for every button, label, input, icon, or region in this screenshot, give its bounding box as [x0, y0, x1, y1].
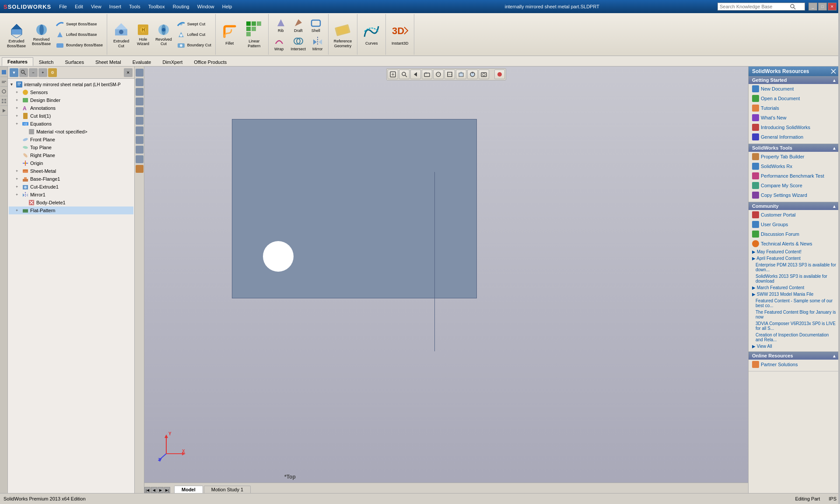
- revolved-boss-button[interactable]: RevolvedBoss/Base: [30, 22, 52, 47]
- ft-close-icon[interactable]: ✕: [124, 68, 133, 77]
- menu-help[interactable]: Help: [219, 3, 236, 10]
- link-new-document[interactable]: New Document: [749, 84, 840, 94]
- getting-started-collapse[interactable]: ▲: [832, 78, 836, 83]
- tree-sheet-metal[interactable]: + Sheet-Metal: [9, 167, 133, 175]
- tree-body-delete[interactable]: + Body-Delete1: [9, 199, 133, 206]
- link-general-info[interactable]: General Information: [749, 132, 840, 142]
- tree-front-plane[interactable]: + Front Plane: [9, 136, 133, 144]
- getting-started-header[interactable]: Getting Started ▲: [749, 76, 840, 84]
- vp-section-btn[interactable]: [444, 70, 455, 79]
- tree-base-flange[interactable]: + Base-Flange1: [9, 175, 133, 183]
- vp-orient-btn[interactable]: [422, 70, 432, 79]
- vs-hide-show[interactable]: [136, 155, 144, 163]
- wrap-button[interactable]: Wrap: [271, 35, 287, 52]
- fm-tab-tree[interactable]: [0, 67, 7, 77]
- menu-tools[interactable]: Tools: [126, 3, 144, 10]
- tab-features[interactable]: Features: [2, 57, 33, 66]
- tab-sketch[interactable]: Sketch: [33, 58, 60, 66]
- tab-arrow-next[interactable]: ▶: [158, 487, 164, 493]
- tab-evaluate[interactable]: Evaluate: [127, 58, 157, 66]
- vs-view-orient[interactable]: [136, 117, 144, 125]
- menu-window[interactable]: Window: [194, 3, 218, 10]
- news-item-6[interactable]: Featured Content - Sample some of our be…: [749, 298, 840, 309]
- tree-cut-extrude[interactable]: + Cut-Extrude1: [9, 183, 133, 191]
- draft-button[interactable]: Draft: [290, 17, 306, 34]
- tree-equations[interactable]: + =Σ Equations: [9, 120, 133, 128]
- curves-button[interactable]: Curves: [360, 21, 383, 48]
- link-sw-rx[interactable]: SolidWorks Rx: [749, 161, 840, 171]
- menu-file[interactable]: File: [56, 3, 70, 10]
- tree-mirror1[interactable]: + Mirror1: [9, 191, 133, 199]
- shell-button[interactable]: Shell: [308, 17, 324, 34]
- link-open-document[interactable]: Open a Document: [749, 94, 840, 103]
- sw-tools-header[interactable]: SolidWorks Tools ▲: [749, 144, 840, 152]
- link-partner-solutions[interactable]: Partner Solutions: [749, 360, 840, 369]
- news-item-7[interactable]: The Featured Content Blog for January is…: [749, 309, 840, 320]
- fillet-button[interactable]: Fillet: [218, 21, 241, 48]
- tab-office[interactable]: Office Products: [188, 58, 232, 66]
- intersect-button[interactable]: Intersect: [289, 35, 308, 52]
- menu-insert[interactable]: Insert: [106, 3, 125, 10]
- tree-top-plane[interactable]: + Top Plane: [9, 144, 133, 151]
- online-resources-collapse[interactable]: ▲: [832, 354, 836, 358]
- news-item-8[interactable]: 3DVIA Composer V6R2013x SP0 is LIVE for …: [749, 320, 840, 332]
- boundary-boss-button[interactable]: Boundary Boss/Base: [54, 40, 104, 50]
- extruded-cut-button[interactable]: ExtrudedCut: [110, 19, 133, 50]
- maximize-button[interactable]: □: [818, 3, 827, 10]
- news-item-5[interactable]: ▶ SWW 2013 Model Mania File: [749, 291, 840, 298]
- vs-rotate[interactable]: [136, 98, 144, 105]
- ref-geometry-button[interactable]: ReferenceGeometry: [331, 19, 355, 50]
- boundary-cut-button[interactable]: Boundary Cut: [175, 40, 213, 50]
- tab-arrow-last[interactable]: ▶|: [164, 487, 170, 493]
- tab-model[interactable]: Model: [174, 486, 203, 493]
- vs-appearances[interactable]: [136, 146, 144, 154]
- menu-routing[interactable]: Routing: [169, 3, 193, 10]
- vs-zoom-in[interactable]: [136, 78, 144, 86]
- tree-origin[interactable]: + Origin: [9, 159, 133, 167]
- fm-tab-property[interactable]: [0, 77, 7, 87]
- link-copy-settings[interactable]: Copy Settings Wizard: [749, 190, 840, 200]
- vp-display-btn[interactable]: [433, 70, 444, 79]
- vs-section-view[interactable]: [136, 126, 144, 134]
- minimize-button[interactable]: _: [808, 3, 817, 10]
- link-compare-score[interactable]: Compare My Score: [749, 181, 840, 190]
- linear-pattern-button[interactable]: LinearPattern: [243, 19, 266, 50]
- tree-root-item[interactable]: ▼ internally mirrored sheet metal part (…: [9, 80, 133, 88]
- tab-dimxpert[interactable]: DimXpert: [157, 58, 188, 66]
- vp-photo-btn[interactable]: [479, 70, 489, 79]
- tree-annotations[interactable]: + A Annotations: [9, 104, 133, 112]
- tab-sheet-metal[interactable]: Sheet Metal: [90, 58, 127, 66]
- extruded-boss-button[interactable]: ExtrudedBoss/Base: [4, 19, 28, 50]
- link-intro-sw[interactable]: Introducing SolidWorks: [749, 122, 840, 132]
- link-perf-benchmark[interactable]: Performance Benchmark Test: [749, 171, 840, 181]
- menu-edit[interactable]: Edit: [71, 3, 87, 10]
- swept-cut-button[interactable]: Swept Cut: [175, 19, 213, 29]
- news-item-1[interactable]: ▶ April Featured Content: [749, 255, 840, 262]
- tab-arrow-prev[interactable]: ◀: [151, 487, 157, 493]
- vp-record-btn[interactable]: [494, 70, 505, 79]
- vp-zoom-fit-btn[interactable]: [388, 70, 398, 79]
- instant3d-button[interactable]: 3D Instant3D: [388, 21, 411, 48]
- ft-expand-icon[interactable]: +: [38, 68, 47, 77]
- link-discussion[interactable]: Discussion Forum: [749, 229, 840, 239]
- link-whats-new[interactable]: What's New: [749, 113, 840, 122]
- link-user-groups[interactable]: User Groups: [749, 220, 840, 229]
- vp-scene-btn[interactable]: [467, 70, 478, 79]
- viewport[interactable]: *Top Y X Z |◀ ◀ ▶: [144, 66, 748, 493]
- ft-options-icon[interactable]: ⚙: [48, 68, 57, 77]
- ft-collapse-icon[interactable]: −: [29, 68, 38, 77]
- lofted-boss-button[interactable]: Lofted Boss/Base: [54, 30, 104, 39]
- ft-search-icon[interactable]: [19, 68, 28, 77]
- fm-tab-config[interactable]: [0, 87, 7, 96]
- tree-flat-pattern[interactable]: + Flat-Pattern: [9, 206, 133, 214]
- tree-material[interactable]: + Material <not specified>: [9, 128, 133, 136]
- vs-display-style[interactable]: [136, 136, 144, 144]
- vs-zoom-fit[interactable]: [136, 69, 144, 77]
- link-property-tab[interactable]: Property Tab Builder: [749, 152, 840, 161]
- fm-tab-motion[interactable]: [0, 106, 7, 116]
- tab-surfaces[interactable]: Surfaces: [60, 58, 90, 66]
- news-item-3[interactable]: SolidWorks 2013 SP3 is available for dow…: [749, 273, 840, 284]
- news-item-10[interactable]: ▶ View All: [749, 343, 840, 350]
- link-tech-alerts[interactable]: Technical Alerts & News: [749, 239, 840, 248]
- tab-motion-study[interactable]: Motion Study 1: [204, 486, 251, 493]
